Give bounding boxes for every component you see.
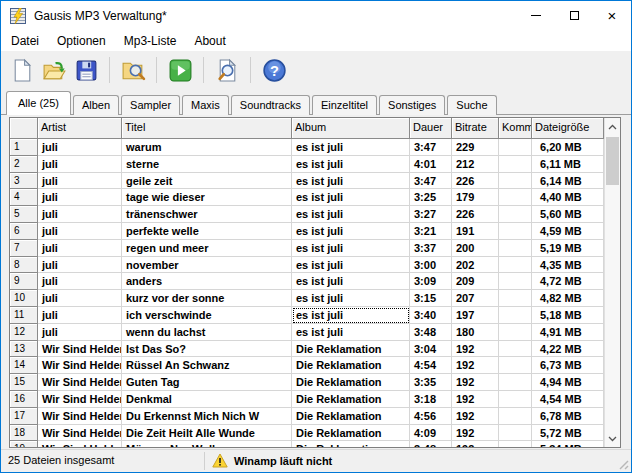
cell-dauer[interactable]: 3:09 [410, 273, 452, 290]
cell-groesse[interactable]: 5,34 MB [532, 441, 604, 447]
cell-dauer[interactable]: 3:15 [410, 290, 452, 307]
cell-album[interactable]: es ist juli [292, 206, 410, 223]
cell-artist[interactable]: Wir Sind Helden [38, 391, 122, 408]
cell-album[interactable]: Die Reklamation [292, 425, 410, 442]
cell-dauer[interactable]: 3:48 [410, 324, 452, 341]
cell-groesse[interactable]: 6,11 MB [532, 156, 604, 173]
cell-titel[interactable]: anders [122, 273, 292, 290]
cell-titel[interactable]: Ist Das So? [122, 341, 292, 358]
cell-titel[interactable]: sterne [122, 156, 292, 173]
cell-titel[interactable]: ich verschwinde [122, 307, 292, 324]
row-number[interactable]: 10 [10, 290, 38, 307]
cell-album[interactable]: es ist juli [292, 290, 410, 307]
row-number[interactable]: 15 [10, 374, 38, 391]
cell-groesse[interactable]: 4,35 MB [532, 257, 604, 274]
row-number[interactable]: 14 [10, 357, 38, 374]
cell-groesse[interactable]: 6,20 MB [532, 139, 604, 156]
row-number[interactable]: 11 [10, 307, 38, 324]
cell-komm[interactable] [499, 290, 532, 307]
cell-bitrate[interactable]: 192 [452, 425, 499, 442]
menu-mp3-liste[interactable]: Mp3-Liste [115, 32, 186, 50]
cell-bitrate[interactable]: 229 [452, 139, 499, 156]
cell-artist[interactable]: Wir Sind Helden [38, 441, 122, 447]
cell-album[interactable]: es ist juli [292, 273, 410, 290]
row-number[interactable]: 17 [10, 408, 38, 425]
cell-titel[interactable]: november [122, 257, 292, 274]
tab-maxis[interactable]: Maxis [182, 95, 229, 115]
cell-groesse[interactable]: 4,22 MB [532, 341, 604, 358]
cell-album[interactable]: es ist juli [292, 189, 410, 206]
tab-alben[interactable]: Alben [73, 95, 119, 115]
cell-artist[interactable]: juli [38, 240, 122, 257]
row-number[interactable]: 8 [10, 257, 38, 274]
column-header-komm[interactable]: Komm [499, 118, 532, 139]
cell-dauer[interactable]: 3:21 [410, 223, 452, 240]
cell-bitrate[interactable]: 191 [452, 223, 499, 240]
cell-artist[interactable]: Wir Sind Helden [38, 408, 122, 425]
cell-komm[interactable] [499, 341, 532, 358]
cell-komm[interactable] [499, 240, 532, 257]
cell-artist[interactable]: juli [38, 324, 122, 341]
cell-komm[interactable] [499, 189, 532, 206]
cell-artist[interactable]: Wir Sind Helden [38, 425, 122, 442]
cell-groesse[interactable]: 5,60 MB [532, 206, 604, 223]
cell-groesse[interactable]: 6,14 MB [532, 173, 604, 190]
cell-bitrate[interactable]: 202 [452, 257, 499, 274]
scroll-up-button[interactable] [605, 118, 620, 135]
cell-artist[interactable]: juli [38, 173, 122, 190]
cell-bitrate[interactable]: 226 [452, 173, 499, 190]
save-button[interactable] [70, 55, 102, 85]
close-button[interactable]: × [593, 1, 631, 30]
cell-artist[interactable]: Wir Sind Helden [38, 341, 122, 358]
cell-album[interactable]: Die Reklamation [292, 341, 410, 358]
cell-artist[interactable]: juli [38, 307, 122, 324]
cell-album[interactable]: Die Reklamation [292, 357, 410, 374]
cell-album-focused[interactable]: es ist juli [292, 307, 410, 324]
row-number[interactable]: 1 [10, 139, 38, 156]
cell-titel[interactable]: regen und meer [122, 240, 292, 257]
cell-dauer[interactable]: 3:18 [410, 391, 452, 408]
cell-groesse[interactable]: 6,73 MB [532, 357, 604, 374]
column-header-groesse[interactable]: Dateigröße [532, 118, 604, 139]
cell-dauer[interactable]: 3:47 [410, 139, 452, 156]
cell-titel[interactable]: tränenschwer [122, 206, 292, 223]
cell-dauer[interactable]: 3:04 [410, 341, 452, 358]
tab-soundtracks[interactable]: Soundtracks [231, 95, 310, 115]
menu-optionen[interactable]: Optionen [48, 32, 115, 50]
column-header-album[interactable]: Album [292, 118, 410, 139]
cell-komm[interactable] [499, 173, 532, 190]
column-header-artist[interactable]: Artist [38, 118, 122, 139]
cell-bitrate[interactable]: 207 [452, 290, 499, 307]
tab-sampler[interactable]: Sampler [121, 95, 180, 115]
cell-album[interactable]: Die Reklamation [292, 408, 410, 425]
play-button[interactable] [164, 55, 196, 85]
help-button[interactable]: ? [258, 55, 290, 85]
cell-komm[interactable] [499, 391, 532, 408]
cell-titel[interactable]: perfekte welle [122, 223, 292, 240]
scroll-down-button[interactable] [605, 430, 620, 447]
cell-bitrate[interactable]: 179 [452, 189, 499, 206]
cell-album[interactable]: es ist juli [292, 173, 410, 190]
cell-titel[interactable]: geile zeit [122, 173, 292, 190]
cell-komm[interactable] [499, 357, 532, 374]
cell-bitrate[interactable]: 197 [452, 307, 499, 324]
cell-komm[interactable] [499, 257, 532, 274]
cell-album[interactable]: es ist juli [292, 223, 410, 240]
row-number[interactable]: 4 [10, 189, 38, 206]
column-header-bitrate[interactable]: Bitrate [452, 118, 499, 139]
row-number[interactable]: 9 [10, 273, 38, 290]
cell-komm[interactable] [499, 223, 532, 240]
new-file-button[interactable] [6, 55, 38, 85]
cell-artist[interactable]: juli [38, 139, 122, 156]
cell-groesse[interactable]: 4,40 MB [532, 189, 604, 206]
cell-komm[interactable] [499, 324, 532, 341]
cell-titel[interactable]: Rüssel An Schwanz [122, 357, 292, 374]
cell-groesse[interactable]: 4,59 MB [532, 223, 604, 240]
cell-bitrate[interactable]: 212 [452, 156, 499, 173]
cell-bitrate[interactable]: 209 [452, 273, 499, 290]
cell-dauer[interactable]: 4:01 [410, 156, 452, 173]
cell-titel[interactable]: wenn du lachst [122, 324, 292, 341]
cell-titel[interactable]: Du Erkennst Mich Nich W [122, 408, 292, 425]
cell-dauer[interactable]: 3:47 [410, 173, 452, 190]
maximize-button[interactable] [555, 1, 593, 30]
